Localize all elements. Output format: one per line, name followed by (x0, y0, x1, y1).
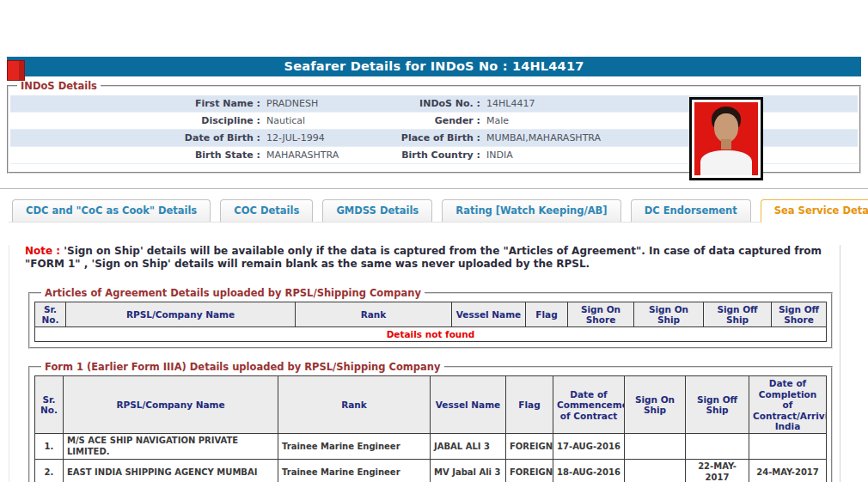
discipline-value: Nautical (266, 115, 380, 126)
col-sign-on-ship: Sign On Ship (625, 376, 686, 434)
cell-company: EAST INDIA SHIPPING AGENCY MUMBAI (64, 460, 278, 482)
articles-header-row: Sr. No. RPSL/Company Name Rank Vessel Na… (35, 302, 827, 327)
broken-image-icon (7, 60, 25, 81)
col-rpsl-company-name: RPSL/Company Name (64, 376, 278, 434)
sea-service-details-panel: Note : 'Sign on Ship' details will be av… (9, 245, 840, 482)
tab-gmdss-details[interactable]: GMDSS Details (322, 199, 432, 222)
col-sign-on-shore: Sign On Shore (568, 302, 634, 327)
form1-details-table: Sr. No. RPSL/Company Name Rank Vessel Na… (34, 375, 827, 482)
form1-header-row: Sr. No. RPSL/Company Name Rank Vessel Na… (35, 376, 827, 434)
form1-details-fieldset: Form 1 (Earlier Form IIIA) Details uploa… (28, 361, 833, 482)
cell-sign-off-ship: 22-MAY-2017 (686, 460, 749, 482)
birth-state-label: Birth State : (10, 149, 266, 161)
cell-sr-no: 2. (35, 460, 64, 482)
articles-of-agreement-table: Sr. No. RPSL/Company Name Rank Vessel Na… (34, 302, 827, 343)
birth-country-label: Birth Country : (380, 149, 486, 161)
form1-row-1: 1. M/S ACE SHIP NAVIGATION PRIVATE LIMIT… (35, 434, 827, 460)
col-flag: Flag (506, 376, 553, 434)
place-of-birth-label: Place of Birth : (380, 132, 486, 143)
cell-commencement-date: 17-AUG-2016 (553, 434, 625, 460)
seafarer-photo (689, 97, 763, 180)
articles-of-agreement-legend: Articles of Agreement Details uploaded b… (41, 287, 425, 299)
tab-rating-watch-keeping-ab[interactable]: Rating [Watch Keeping/AB] (442, 199, 620, 222)
place-of-birth-value: MUMBAI,MAHARASHTRA (486, 132, 858, 143)
seafarer-photo-image (694, 102, 758, 175)
form1-row-2: 2. EAST INDIA SHIPPING AGENCY MUMBAI Tra… (35, 460, 827, 482)
photo-neck (721, 139, 731, 149)
indos-details-legend: INDoS Details (17, 80, 101, 92)
cell-rank: Trainee Marine Engineer (278, 460, 431, 482)
cell-flag: FOREIGN (506, 434, 553, 460)
gender-value: Male (486, 115, 858, 126)
seafarer-details-page: Seafarer Details for INDoS No : 14HL4417… (0, 57, 868, 482)
tab-strip: CDC and "CoC as Cook" Details COC Detail… (9, 199, 840, 223)
tab-coc-details[interactable]: COC Details (220, 199, 313, 222)
first-name-value: PRADNESH (266, 98, 380, 109)
col-sign-off-ship: Sign Off Ship (686, 376, 749, 434)
col-sr-no: Sr. No. (35, 302, 66, 327)
cell-company: M/S ACE SHIP NAVIGATION PRIVATE LIMITED. (64, 434, 278, 460)
note-label: Note : (25, 245, 60, 257)
cell-sign-on-ship (625, 434, 686, 460)
details-not-found-row: Details not found (35, 327, 827, 342)
photo-face (714, 113, 738, 143)
cell-sr-no: 1. (35, 434, 64, 460)
photo-shirt (700, 150, 751, 175)
details-not-found-message: Details not found (35, 327, 827, 342)
cell-vessel: MV Jabal Ali 3 (431, 460, 506, 482)
cell-commencement-date: 18-AUG-2016 (553, 460, 625, 482)
cell-flag: FOREIGN (506, 460, 553, 482)
col-sign-on-ship: Sign On Ship (634, 302, 704, 327)
tab-sea-service-details[interactable]: Sea Service Details (761, 199, 868, 223)
page-title: Seafarer Details for INDoS No : 14HL4417 (7, 57, 861, 76)
date-of-birth-value: 12-JUL-1994 (266, 132, 380, 143)
first-name-label: First Name : (10, 98, 266, 109)
articles-of-agreement-fieldset: Articles of Agreement Details uploaded b… (28, 287, 833, 350)
col-rank: Rank (278, 376, 431, 434)
col-date-of-commencement: Date of Commencement of Contract (553, 376, 625, 434)
cell-completion-date (749, 434, 827, 460)
cell-rank: Trainee Marine Engineer (278, 434, 431, 460)
section-divider (0, 188, 868, 189)
date-of-birth-label: Date of Birth : (10, 132, 266, 143)
cell-vessel: JABAL ALI 3 (431, 434, 506, 460)
col-rank: Rank (296, 302, 452, 327)
cell-sign-on-ship (625, 460, 686, 482)
cell-completion-date: 24-MAY-2017 (749, 460, 827, 482)
sign-on-ship-note: Note : 'Sign on Ship' details will be av… (25, 245, 828, 272)
col-vessel-name: Vessel Name (452, 302, 526, 327)
birth-state-value: MAHARASHTRA (266, 149, 380, 161)
discipline-label: Discipline : (10, 115, 266, 126)
tab-dc-endorsement[interactable]: DC Endorsement (631, 199, 751, 222)
col-sign-off-ship: Sign Off Ship (704, 302, 772, 327)
form1-details-legend: Form 1 (Earlier Form IIIA) Details uploa… (41, 361, 444, 373)
col-rpsl-company-name: RPSL/Company Name (66, 302, 296, 327)
col-sign-off-shore: Sign Off Shore (772, 302, 827, 327)
note-text: 'Sign on Ship' details will be available… (25, 245, 822, 270)
gender-label: Gender : (380, 115, 486, 126)
cell-sign-off-ship (686, 434, 749, 460)
tab-cdc-coc-as-cook-details[interactable]: CDC and "CoC as Cook" Details (12, 199, 211, 222)
indos-no-label: INDoS No. : (380, 98, 486, 109)
indos-no-value: 14HL4417 (486, 98, 858, 109)
col-flag: Flag (526, 302, 568, 327)
indos-details-fieldset: INDoS Details First Name : PRADNESH INDo… (7, 80, 861, 174)
col-sr-no: Sr. No. (35, 376, 64, 434)
col-vessel-name: Vessel Name (431, 376, 506, 434)
birth-country-value: INDIA (486, 149, 858, 161)
col-date-of-completion: Date of Completion of Contract/Arriving … (749, 376, 827, 434)
